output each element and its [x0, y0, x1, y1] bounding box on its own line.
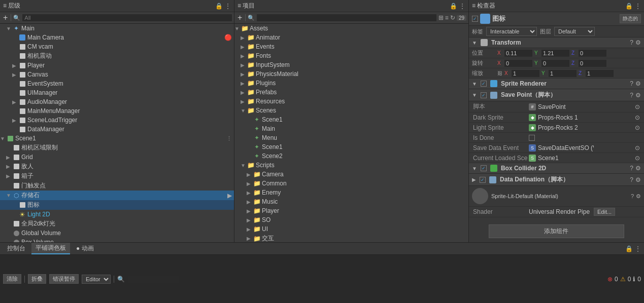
project-item-main-file[interactable]: ✦ Main [234, 124, 468, 133]
hierarchy-item-savestone[interactable]: ▼ ⬡ 存储石 ▶ [0, 191, 234, 200]
layer-select[interactable]: Default [554, 27, 595, 36]
material-settings-icon[interactable]: ⚙ [636, 193, 641, 200]
data-definition-settings-icon[interactable]: ⚙ [635, 176, 641, 183]
hierarchy-item-global2dlight[interactable]: 全局2dk灯光 [0, 219, 234, 229]
project-item-scenes[interactable]: ▼ 📁 Scenes [234, 106, 468, 115]
hierarchy-item-maincamera[interactable]: Main Camera 🔴 [0, 33, 234, 42]
editor-select[interactable]: Editor [82, 275, 111, 284]
sprite-renderer-help-icon[interactable]: ? [630, 80, 633, 87]
project-item-plugins[interactable]: ▶ 📁 Plugins [234, 79, 468, 88]
save-point-help-icon[interactable]: ? [630, 92, 633, 99]
sprite-renderer-header[interactable]: ▼ Sprite Renderer ? ⚙ [469, 79, 644, 89]
scale-x-input[interactable] [512, 70, 539, 77]
project-list-icon[interactable]: ≡ [445, 14, 449, 21]
hierarchy-item-box[interactable]: ▶ 箱子 [0, 171, 234, 181]
hierarchy-item-audiomanager[interactable]: ▶ AudioManager [0, 97, 234, 106]
hierarchy-item-camerabounds[interactable]: 相机区域限制 [0, 143, 234, 153]
add-component-button[interactable]: 添加组件 [489, 224, 624, 238]
project-item-scene2-file[interactable]: ✦ Scene2 [234, 152, 468, 161]
hierarchy-item-datamanager[interactable]: DataManager [0, 125, 234, 134]
shader-edit-button[interactable]: Edit... [594, 208, 615, 216]
animation-tab[interactable]: ● 动画 [72, 243, 98, 254]
is-done-checkbox[interactable] [529, 135, 535, 141]
static-button[interactable]: 静态的 [620, 14, 641, 23]
project-search-input[interactable] [257, 14, 436, 21]
data-definition-help-icon[interactable]: ? [630, 176, 633, 183]
hierarchy-item-enemy[interactable]: ▶ 敌人 [0, 162, 234, 171]
console-tab[interactable]: 控制台 [3, 243, 29, 254]
hierarchy-item-scene1[interactable]: ▼ Scene1 ⋮ [0, 134, 234, 143]
transform-help-icon[interactable]: ? [630, 39, 633, 46]
pos-x-input[interactable] [504, 50, 532, 57]
scale-y-input[interactable] [549, 70, 577, 77]
collapse-button[interactable]: 折叠 [28, 274, 46, 284]
hierarchy-item-canvas[interactable]: ▶ Canvas [0, 70, 234, 79]
project-item-prefabs[interactable]: ▶ 📁 Prefabs [234, 88, 468, 97]
project-item-scripts[interactable]: ▼ 📁 Scripts [234, 161, 468, 170]
save-point-header[interactable]: ▼ Save Point（脚本） ? ⚙ [469, 89, 644, 101]
sprite-renderer-settings-icon[interactable]: ⚙ [635, 80, 641, 87]
project-item-events[interactable]: ▶ 📁 Events [234, 42, 468, 51]
project-item-player-folder[interactable]: ▶ 📁 Player [234, 206, 468, 215]
project-item-menu-file[interactable]: ✦ Menu [234, 133, 468, 142]
inspector-dots-icon[interactable]: ⋮ [635, 3, 641, 10]
pos-z-input[interactable] [579, 50, 606, 57]
project-item-enemy-folder[interactable]: ▶ 📁 Enemy [234, 188, 468, 197]
hierarchy-item-eventsystem[interactable]: EventSystem [0, 79, 234, 88]
project-item-inputsystem[interactable]: ▶ 📁 InputSystem [234, 60, 468, 69]
hierarchy-item-uimanager[interactable]: UIManager [0, 88, 234, 97]
hierarchy-item-mainmenumanager[interactable]: MainMenuManager [0, 106, 234, 116]
project-item-physicsmaterial[interactable]: ▶ 📁 PhysicsMaterial [234, 69, 468, 79]
project-add-button[interactable]: + [236, 13, 243, 22]
hierarchy-item-player[interactable]: ▶ Player [0, 61, 234, 70]
hierarchy-item-sceneloadtrigger[interactable]: ▶ SceneLoadTrigger [0, 116, 234, 125]
bottom-dots-icon[interactable]: ⋮ [635, 245, 641, 252]
project-item-common-folder[interactable]: ▶ 📁 Common [234, 179, 468, 188]
hierarchy-search-input[interactable] [22, 14, 232, 21]
hierarchy-item-main[interactable]: ▼ ✦ Main [0, 24, 234, 33]
tag-select[interactable]: Interactable [486, 27, 537, 36]
bottom-search-input[interactable] [128, 276, 179, 283]
sprite-renderer-checkbox[interactable] [481, 81, 487, 87]
material-help-icon[interactable]: ? [631, 193, 634, 199]
dark-sprite-circle-icon[interactable]: ⊙ [635, 114, 640, 121]
dots-menu-icon[interactable]: ⋮ [225, 3, 231, 10]
hierarchy-item-camerashake[interactable]: 相机震动 [0, 51, 234, 61]
project-refresh-icon[interactable]: ↻ [450, 14, 455, 21]
data-definition-header[interactable]: ▶ Data Defination（脚本） ? ⚙ [469, 174, 644, 186]
rot-x-input[interactable] [504, 60, 532, 67]
script-circle-icon[interactable]: ⊙ [635, 103, 640, 110]
project-item-so-folder[interactable]: ▶ 📁 SO [234, 215, 468, 224]
save-point-settings-icon[interactable]: ⚙ [635, 92, 641, 99]
project-item-assets[interactable]: ▼ 📁 Assets [234, 24, 468, 33]
clear-button[interactable]: 清除 [3, 274, 21, 284]
hierarchy-item-light2d[interactable]: ☀ Light 2D [0, 210, 234, 219]
transform-settings-icon[interactable]: ⚙ [635, 39, 641, 46]
project-dots-icon[interactable]: ⋮ [459, 3, 465, 10]
project-item-camera-folder[interactable]: ▶ 📁 Camera [234, 170, 468, 179]
hierarchy-item-icon[interactable]: 图标 [0, 200, 234, 210]
pos-y-input[interactable] [541, 50, 569, 57]
hierarchy-item-trigger[interactable]: 门触发点 [0, 181, 234, 191]
light-sprite-circle-icon[interactable]: ⊙ [635, 124, 640, 131]
rot-z-input[interactable] [579, 60, 606, 67]
project-item-scene1-file[interactable]: ✦ Scene1 [234, 115, 468, 124]
project-item-animator[interactable]: ▶ 📁 Animator [234, 33, 468, 42]
project-item-scene1-file2[interactable]: ✦ Scene1 [234, 142, 468, 152]
rot-y-input[interactable] [541, 60, 569, 67]
transform-component-header[interactable]: ▼ Transform ? ⚙ [469, 37, 644, 48]
project-item-music-folder[interactable]: ▶ 📁 Music [234, 197, 468, 206]
hierarchy-add-button[interactable]: + [2, 13, 9, 22]
hierarchy-item-grid[interactable]: ▶ Grid [0, 153, 234, 162]
flat-color-tab[interactable]: 平铺调色板 [31, 243, 70, 254]
project-item-fonts[interactable]: ▶ 📁 Fonts [234, 51, 468, 60]
box-collider-header[interactable]: ▼ Box Collider 2D ? ⚙ [469, 163, 644, 174]
box-collider-settings-icon[interactable]: ⚙ [635, 165, 641, 172]
pause-button[interactable]: 错误暂停 [49, 274, 79, 284]
project-item-resources[interactable]: ▶ 📁 Resources [234, 97, 468, 106]
box-collider-checkbox[interactable] [481, 165, 487, 171]
hierarchy-item-cmvcam[interactable]: CM vcam [0, 42, 234, 51]
project-grid-icon[interactable]: ⊞ [438, 14, 444, 21]
box-collider-help-icon[interactable]: ? [630, 165, 633, 172]
project-item-interact-folder[interactable]: ▶ 📁 交互 [234, 234, 468, 242]
